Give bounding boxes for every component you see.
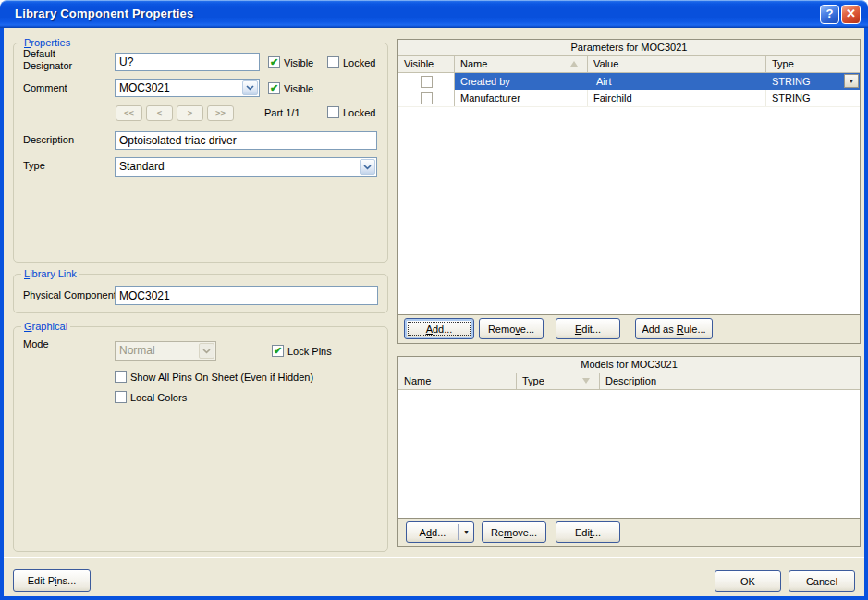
column-header-name[interactable]: Name bbox=[398, 373, 517, 389]
dialog-body: Properties Default Designator ✔ Visible … bbox=[4, 28, 864, 596]
row-visible-cell bbox=[398, 73, 455, 90]
row-visible-checkbox[interactable] bbox=[421, 76, 433, 88]
edit-pins-button[interactable]: Edit Pins... bbox=[13, 569, 91, 592]
table-row[interactable]: Created by Airt STRING ▼ bbox=[398, 73, 860, 90]
close-button[interactable]: ✕ bbox=[841, 5, 861, 24]
type-combo[interactable]: Standard bbox=[115, 157, 377, 177]
properties-group: Properties Default Designator ✔ Visible … bbox=[13, 43, 388, 263]
comment-label: Comment bbox=[23, 82, 67, 94]
show-all-pins-label: Show All Pins On Sheet (Even if Hidden) bbox=[130, 372, 313, 384]
check-icon: ✔ bbox=[274, 345, 282, 357]
last-part-button[interactable]: >> bbox=[207, 105, 234, 121]
close-icon: ✕ bbox=[846, 6, 856, 20]
edit-parameter-button[interactable]: Edit... bbox=[556, 318, 620, 339]
cancel-button[interactable]: Cancel bbox=[789, 570, 855, 592]
column-header-name[interactable]: Name bbox=[455, 56, 588, 72]
type-value: Standard bbox=[119, 160, 165, 173]
graphical-group: Graphical Mode Normal ✔ Lock Pins Show A… bbox=[13, 326, 388, 552]
parameters-button-strip: Add... Remove... Edit... Add as Rule... bbox=[398, 314, 860, 343]
graphical-group-title: Graphical bbox=[21, 321, 70, 332]
help-button[interactable]: ? bbox=[820, 5, 839, 24]
dialog-library-component-properties: Library Component Properties ? ✕ Propert… bbox=[0, 0, 868, 600]
comment-combo[interactable]: MOC3021 bbox=[115, 79, 260, 97]
show-all-pins-checkbox[interactable] bbox=[115, 371, 127, 383]
description-input[interactable] bbox=[115, 131, 377, 150]
sort-descending-icon bbox=[582, 378, 590, 384]
properties-group-title: Properties bbox=[21, 37, 73, 48]
first-part-button[interactable]: << bbox=[116, 105, 142, 121]
dropdown-arrow-icon: ▼ bbox=[849, 78, 855, 84]
window-title: Library Component Properties bbox=[15, 6, 193, 20]
mode-combo: Normal bbox=[115, 341, 216, 361]
comment-value: MOC3021 bbox=[119, 81, 170, 94]
column-header-type[interactable]: Type bbox=[766, 56, 860, 72]
parameters-panel: Parameters for MOC3021 Visible Name Valu… bbox=[397, 39, 861, 344]
parameter-value-cell[interactable]: Fairchild bbox=[588, 90, 766, 106]
parameters-panel-title: Parameters for MOC3021 bbox=[398, 40, 860, 56]
table-row[interactable]: Manufacturer Fairchild STRING bbox=[398, 90, 860, 107]
parameter-value-cell[interactable]: Airt bbox=[588, 73, 766, 90]
models-button-strip: Add... ▼ Remove... Edit... bbox=[398, 518, 860, 546]
designator-visible-label: Visible bbox=[284, 57, 313, 69]
parameters-header-row: Visible Name Value Type bbox=[398, 56, 860, 73]
description-label: Description bbox=[23, 134, 74, 146]
default-designator-label: Default Designator bbox=[23, 48, 88, 72]
remove-model-button[interactable]: Remove... bbox=[482, 521, 546, 543]
models-panel: Models for MOC3021 Name Type Description… bbox=[397, 356, 861, 547]
part-locked-label: Locked bbox=[343, 107, 375, 119]
designator-locked-label: Locked bbox=[343, 57, 375, 69]
text-caret bbox=[593, 75, 593, 87]
add-as-rule-button[interactable]: Add as Rule... bbox=[635, 318, 713, 339]
comment-visible-label: Visible bbox=[284, 83, 313, 95]
next-part-button[interactable]: > bbox=[177, 105, 203, 121]
dropdown-arrow-icon[interactable]: ▼ bbox=[459, 529, 473, 535]
column-header-value[interactable]: Value bbox=[588, 56, 766, 72]
default-designator-input[interactable] bbox=[115, 53, 260, 71]
row-visible-cell bbox=[398, 90, 455, 106]
ok-button[interactable]: OK bbox=[715, 570, 781, 592]
designator-visible-checkbox[interactable]: ✔ bbox=[268, 56, 280, 68]
mode-label: Mode bbox=[23, 338, 49, 350]
mode-value: Normal bbox=[119, 344, 155, 357]
parameter-name-cell[interactable]: Manufacturer bbox=[455, 90, 588, 106]
edit-model-button[interactable]: Edit... bbox=[556, 521, 620, 543]
column-header-type[interactable]: Type bbox=[517, 373, 600, 389]
library-link-group-title: Library Link bbox=[21, 268, 79, 279]
column-header-visible[interactable]: Visible bbox=[398, 56, 455, 72]
chevron-down-icon[interactable] bbox=[360, 159, 375, 175]
chevron-down-icon bbox=[199, 343, 214, 359]
check-icon: ✔ bbox=[270, 56, 278, 68]
footer-divider bbox=[4, 557, 864, 557]
column-header-description[interactable]: Description bbox=[600, 373, 860, 389]
physical-component-label: Physical Component bbox=[23, 289, 116, 301]
parameters-table-body: Created by Airt STRING ▼ Manufacturer Fa… bbox=[398, 73, 860, 314]
check-icon: ✔ bbox=[270, 82, 278, 94]
previous-part-button[interactable]: < bbox=[146, 105, 173, 121]
models-panel-title: Models for MOC3021 bbox=[398, 357, 860, 373]
remove-parameter-button[interactable]: Remove... bbox=[479, 318, 544, 339]
add-parameter-button[interactable]: Add... bbox=[404, 318, 474, 339]
local-colors-checkbox[interactable] bbox=[115, 391, 127, 403]
models-table-body bbox=[398, 390, 860, 518]
lock-pins-label: Lock Pins bbox=[287, 346, 332, 358]
parameter-type-cell[interactable]: STRING ▼ bbox=[766, 73, 860, 90]
add-model-button[interactable]: Add... ▼ bbox=[406, 521, 474, 543]
designator-locked-checkbox[interactable] bbox=[327, 56, 339, 68]
parameter-name-cell[interactable]: Created by bbox=[455, 73, 588, 90]
part-indicator: Part 1/1 bbox=[264, 107, 300, 119]
type-dropdown-button[interactable]: ▼ bbox=[844, 74, 859, 88]
models-header-row: Name Type Description bbox=[398, 373, 860, 390]
row-visible-checkbox[interactable] bbox=[421, 92, 433, 104]
physical-component-input[interactable] bbox=[115, 286, 378, 305]
comment-visible-checkbox[interactable]: ✔ bbox=[268, 82, 280, 94]
sort-ascending-icon bbox=[570, 61, 578, 67]
title-bar[interactable]: Library Component Properties ? ✕ bbox=[0, 0, 868, 28]
part-locked-checkbox[interactable] bbox=[327, 106, 339, 118]
lock-pins-checkbox[interactable]: ✔ bbox=[272, 345, 284, 357]
chevron-down-icon[interactable] bbox=[242, 80, 258, 95]
type-label: Type bbox=[23, 160, 45, 172]
library-link-group: Library Link Physical Component bbox=[13, 274, 388, 313]
parameter-type-cell[interactable]: STRING bbox=[766, 90, 860, 106]
help-icon: ? bbox=[826, 6, 834, 20]
local-colors-label: Local Colors bbox=[130, 392, 187, 404]
